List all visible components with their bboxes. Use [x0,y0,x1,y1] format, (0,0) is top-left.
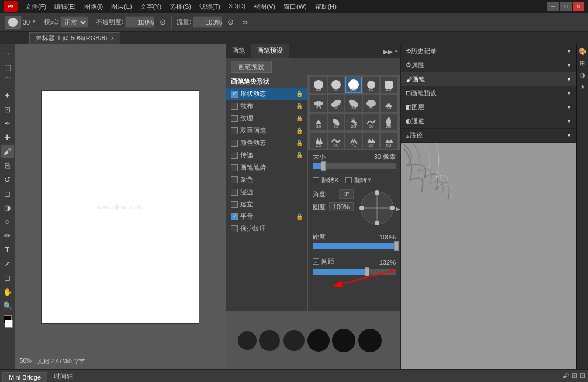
brush-tip-cell[interactable]: 36 [381,95,397,112]
menu-select[interactable]: 选择(S) [168,2,193,12]
preset-item-protect-texture[interactable]: 保护纹理 [226,223,307,235]
wet-edges-checkbox[interactable] [231,189,238,196]
brush-preset-thumb[interactable] [5,16,21,29]
menu-image[interactable]: 图像(I) [82,2,105,12]
lasso-tool[interactable]: ⌒ [1,75,14,88]
crop-tool[interactable]: ⊡ [1,103,14,116]
menu-file[interactable]: 文件(F) [23,2,48,12]
tab-brush[interactable]: 画笔 [226,44,251,58]
brush-tip-cell[interactable]: 25 [310,95,327,112]
paths-expand-icon[interactable]: ▼ [566,133,572,138]
history-brush-tool[interactable]: ↺ [1,173,14,186]
brush-tips-grid[interactable]: 30 30 30 25 [308,75,400,150]
color-panel-icon[interactable]: 🎨 [578,47,587,56]
spacing-checkbox[interactable] [313,258,319,265]
brush-tip-cell[interactable]: 30 [310,77,327,93]
panel-options-icon[interactable]: ≡ [395,48,398,55]
menu-text[interactable]: 文字(Y) [139,2,164,12]
brush-presets-button[interactable]: 画笔预设 [231,61,272,73]
brush-tip-cell[interactable]: 30 [328,77,344,93]
menu-filter[interactable]: 滤镜(T) [198,2,222,12]
properties-expand-icon[interactable]: ▼ [566,62,572,68]
maximize-button[interactable]: □ [560,2,572,11]
angle-circle-svg[interactable] [358,189,396,227]
preset-item-wet-edges[interactable]: 湿边 [226,186,307,198]
brush-tip-cell[interactable]: 36 [363,95,379,112]
brush-tool[interactable]: 🖌 [1,145,14,158]
size-slider[interactable] [313,163,396,169]
preset-item-texture[interactable]: 纹理 🔒 [226,112,307,124]
texture-checkbox[interactable] [231,115,238,122]
swatches-panel-icon[interactable]: ⊞ [578,58,587,68]
move-tool[interactable]: ↔ [1,47,14,60]
properties-panel-header[interactable]: ⚙ 属性 ▼ [401,58,576,72]
spacing-slider-thumb[interactable] [365,267,369,276]
window-controls[interactable]: ─ □ ✕ [547,2,584,11]
close-doc-button[interactable]: × [110,35,114,41]
brush-tip-cell[interactable]: 25 [381,114,397,130]
flow-icon[interactable]: ⊙ [224,16,237,29]
transfer-checkbox[interactable] [231,152,238,159]
opacity-input[interactable]: 100% [125,16,154,28]
preset-item-color-dynamics[interactable]: 颜色动态 🔒 [226,137,307,149]
hand-tool[interactable]: ✋ [1,285,14,298]
brush-preset-picker[interactable]: 30 ▼ [2,16,39,29]
preset-item-scatter[interactable]: 散布 🔒 [226,100,307,112]
noise-checkbox[interactable] [231,176,238,183]
brush-tip-cell[interactable]: 50 [363,114,379,130]
clone-tool[interactable]: ⎘ [1,159,14,172]
gradient-tool[interactable]: ◑ [1,201,14,214]
history-expand-icon[interactable]: ▼ [566,48,572,54]
type-tool[interactable]: T [1,243,14,256]
tip-shape-header[interactable]: 画笔笔尖形状 [226,75,307,88]
preset-item-noise[interactable]: 杂色 [226,173,307,186]
flip-y-checkbox[interactable] [345,177,352,183]
brush-preset-panel-header-btn[interactable]: ⊟ 画笔预设 ▼ [401,86,576,100]
color-dynamics-checkbox[interactable] [231,140,238,147]
circle-arrow-right[interactable]: ▶ [396,206,400,212]
shape-tool[interactable]: ◻ [1,271,14,284]
brush-tip-cell[interactable]: 25 [363,77,379,93]
menu-layer[interactable]: 图层(L) [109,2,133,12]
preset-item-build-up[interactable]: 建立 [226,198,307,210]
brush-tip-cell[interactable]: 36 [328,95,344,112]
adjustments-panel-icon[interactable]: ◑ [578,70,587,79]
heal-tool[interactable]: ✚ [1,131,14,144]
brush-expand-icon[interactable]: ▼ [566,77,572,82]
brush-tip-cell[interactable]: 36 [345,95,362,112]
pen-tool[interactable]: ✏ [1,229,14,242]
hardness-slider[interactable] [313,243,396,249]
eyedropper-tool[interactable]: ✒ [1,117,14,130]
angle-circle-container[interactable]: ▶ [358,189,396,228]
minimize-button[interactable]: ─ [547,2,559,11]
brush-pose-checkbox[interactable] [231,164,238,171]
brush-tip-cell[interactable]: 71 [345,133,362,149]
brush-tip-cell[interactable]: 25 [363,133,379,149]
brush-panel-tabs[interactable]: 画笔 画笔预设 ▶▶ ≡ [226,44,400,58]
background-color[interactable] [5,320,13,328]
dodge-tool[interactable]: ○ [1,215,14,228]
brush-tip-cell[interactable]: 25 [345,114,362,130]
color-swatches[interactable] [2,315,13,328]
build-up-checkbox[interactable] [231,201,238,208]
selection-tool[interactable]: ⬚ [1,61,14,74]
path-select-tool[interactable]: ↗ [1,257,14,270]
flip-x-checkbox[interactable] [313,177,319,183]
dual-brush-checkbox[interactable] [231,127,238,134]
hardness-slider-thumb[interactable] [394,241,399,251]
styles-panel-icon[interactable]: ★ [578,82,587,91]
preset-item-smoothing[interactable]: ✓ 平骨 🔒 [226,210,307,223]
brush-tip-cell[interactable]: 25 [310,133,327,149]
close-button[interactable]: ✕ [573,2,584,11]
eraser-tool[interactable]: ◻ [1,187,14,200]
paths-panel-header[interactable]: ⟁ 路径 ▼ [401,129,576,142]
history-panel-header[interactable]: ⟲ 历史记录 ▼ [401,44,576,58]
menu-window[interactable]: 窗口(W) [282,2,309,12]
size-slider-thumb[interactable] [321,161,326,171]
opacity-icon[interactable]: ⊙ [156,16,169,29]
chevron-down-icon[interactable]: ▼ [32,19,36,25]
zoom-tool[interactable]: 🔍 [1,299,14,312]
menu-help[interactable]: 帮助(H) [313,2,338,12]
channels-expand-icon[interactable]: ▼ [566,119,572,124]
timeline-tab[interactable]: 时间轴 [47,370,79,382]
